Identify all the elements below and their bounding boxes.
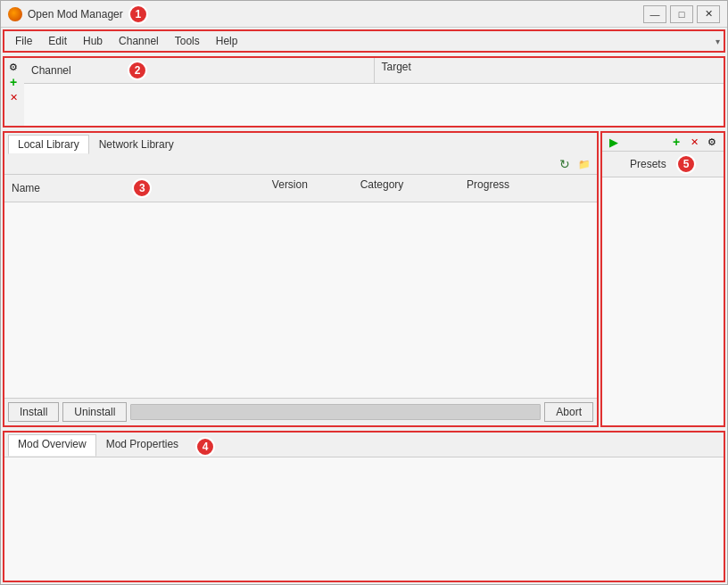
- region-badge-3: 3: [132, 178, 152, 198]
- region-badge-4: 4: [195, 437, 215, 457]
- library-footer: Install Uninstall Abort: [4, 398, 597, 425]
- preset-gear-icon: [707, 136, 716, 148]
- abort-button[interactable]: Abort: [544, 402, 593, 422]
- cross-icon: [10, 92, 18, 103]
- preset-settings-button[interactable]: [704, 135, 720, 149]
- bottom-tabs: Mod Overview Mod Properties 4: [4, 433, 724, 457]
- menu-tools[interactable]: Tools: [168, 33, 207, 49]
- main-window: Open Mod Manager 1 — □ ✕ File Edit Hub C…: [0, 0, 728, 585]
- lib-col-category: Category: [353, 177, 459, 200]
- lib-col-version: Version: [265, 177, 353, 200]
- library-toolbar: [4, 154, 597, 175]
- app-icon: [8, 7, 22, 21]
- menu-bar: File Edit Hub Channel Tools Help ▾: [3, 29, 725, 53]
- remove-red-icon: [691, 136, 699, 148]
- bottom-body: [4, 457, 724, 581]
- channel-add-button[interactable]: [6, 75, 21, 89]
- folder-icon: [578, 158, 591, 170]
- library-table-header: Name 3 Version Category Progress: [4, 175, 597, 202]
- gear-icon: [9, 62, 18, 73]
- channel-col-channel: Channel 2: [24, 58, 375, 83]
- region-badge-5: 5: [676, 154, 696, 174]
- play-button[interactable]: [606, 135, 622, 149]
- library-body: [4, 202, 597, 398]
- menu-bar-arrow: ▾: [716, 37, 720, 46]
- channel-section: Channel 2 Target: [3, 56, 725, 128]
- tab-mod-overview[interactable]: Mod Overview: [8, 434, 96, 457]
- maximize-button[interactable]: □: [670, 5, 693, 23]
- refresh-icon: [559, 157, 570, 171]
- menu-edit[interactable]: Edit: [41, 33, 74, 49]
- channel-table-header: Channel 2 Target: [24, 58, 724, 84]
- channel-table-body: [24, 84, 724, 126]
- channel-settings-button[interactable]: [6, 60, 21, 74]
- add-green-icon: [673, 135, 680, 149]
- play-icon: [609, 136, 618, 149]
- preset-remove-button[interactable]: [686, 135, 702, 149]
- window-title: Open Mod Manager: [28, 8, 123, 21]
- main-content: Local Library Network Library Name 3 Ver…: [3, 131, 725, 427]
- tab-network-library[interactable]: Network Library: [89, 135, 184, 154]
- tab-mod-properties[interactable]: Mod Properties: [96, 434, 188, 457]
- folder-button[interactable]: [575, 156, 593, 172]
- tab-local-library[interactable]: Local Library: [8, 135, 89, 154]
- channel-remove-button[interactable]: [6, 90, 21, 104]
- title-bar-controls: — □ ✕: [643, 5, 720, 23]
- install-button[interactable]: Install: [8, 402, 59, 422]
- presets-toolbar: [602, 133, 724, 152]
- channel-table: Channel 2 Target: [24, 58, 724, 126]
- menu-channel[interactable]: Channel: [112, 33, 166, 49]
- menu-help[interactable]: Help: [209, 33, 245, 49]
- plus-icon: [10, 75, 17, 89]
- region-badge-2: 2: [128, 61, 147, 80]
- menu-file[interactable]: File: [8, 33, 39, 49]
- close-button[interactable]: ✕: [697, 5, 720, 23]
- lib-col-progress: Progress: [459, 177, 597, 200]
- library-tabs: Local Library Network Library: [4, 133, 597, 154]
- title-bar-left: Open Mod Manager 1: [8, 4, 148, 24]
- channel-side-buttons: [4, 58, 24, 126]
- presets-section: Presets 5: [600, 131, 725, 427]
- refresh-button[interactable]: [556, 156, 574, 172]
- title-bar: Open Mod Manager 1 — □ ✕: [1, 1, 727, 28]
- preset-add-button[interactable]: [668, 135, 684, 149]
- presets-header: Presets 5: [602, 152, 724, 177]
- presets-body: [602, 177, 724, 425]
- uninstall-button[interactable]: Uninstall: [62, 402, 127, 422]
- library-section: Local Library Network Library Name 3 Ver…: [3, 131, 599, 427]
- lib-col-name: Name 3: [4, 177, 265, 200]
- region-badge-1: 1: [128, 4, 148, 24]
- bottom-section: Mod Overview Mod Properties 4: [3, 431, 725, 582]
- progress-bar: [130, 404, 541, 420]
- channel-col-target: Target: [375, 58, 724, 83]
- minimize-button[interactable]: —: [643, 5, 666, 23]
- menu-hub[interactable]: Hub: [76, 33, 110, 49]
